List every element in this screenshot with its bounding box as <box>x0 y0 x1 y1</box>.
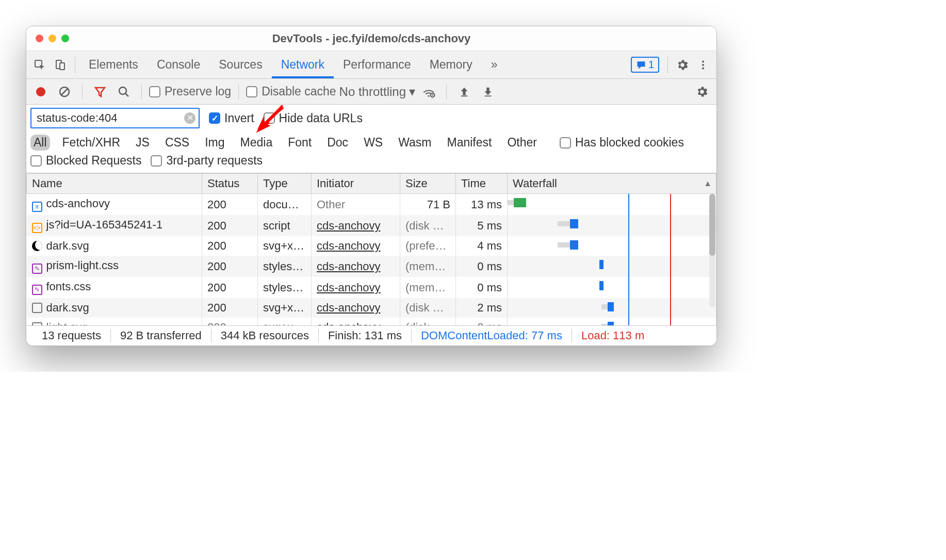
scrollbar-thumb[interactable] <box>709 194 715 256</box>
tab-performance[interactable]: Performance <box>334 51 420 78</box>
sort-caret-icon: ▲ <box>704 179 712 188</box>
clear-button[interactable] <box>54 81 75 102</box>
filter-input[interactable] <box>36 111 184 125</box>
invert-label: Invert <box>224 111 254 125</box>
cell-waterfall <box>508 236 716 256</box>
table-row[interactable]: ≡cds-anchovy 200 docu… Other 71 B 13 ms <box>27 194 716 216</box>
invert-checkbox[interactable]: Invert <box>209 111 254 125</box>
table-row[interactable]: dark.svg 200 svg+x… cds-anchovy (disk … … <box>27 298 716 318</box>
type-filter-js[interactable]: JS <box>133 135 153 151</box>
initiator-link[interactable]: cds-anchovy <box>317 219 381 232</box>
col-header-type[interactable]: Type <box>258 174 312 194</box>
upload-har-icon[interactable] <box>454 81 475 102</box>
table-row[interactable]: ✎prism-light.css 200 styles… cds-anchovy… <box>27 256 716 277</box>
preserve-log-checkbox[interactable]: Preserve log <box>149 85 231 98</box>
clear-filter-icon[interactable]: ✕ <box>184 112 195 124</box>
minimize-window-button[interactable] <box>48 35 56 42</box>
cell-time: 0 ms <box>456 277 508 298</box>
type-filter-manifest[interactable]: Manifest <box>444 135 495 151</box>
svg-point-3 <box>702 60 704 62</box>
cell-status: 200 <box>202 298 258 318</box>
cell-status: 200 <box>202 318 258 326</box>
cell-time: 13 ms <box>456 194 508 216</box>
col-header-waterfall[interactable]: Waterfall▲ <box>508 174 716 194</box>
cell-type: svg+x… <box>258 298 312 318</box>
col-header-status[interactable]: Status <box>202 174 258 194</box>
type-filter-fetchxhr[interactable]: Fetch/XHR <box>59 135 123 151</box>
download-har-icon[interactable] <box>478 81 498 102</box>
search-icon[interactable] <box>113 81 134 102</box>
cell-size: (disk … <box>400 215 456 236</box>
cell-waterfall <box>508 318 716 326</box>
cell-size: (disk … <box>400 318 456 326</box>
panel-settings-icon[interactable] <box>692 81 712 102</box>
table-row[interactable]: light.svg 200 svg+x… cds-anchovy (disk …… <box>27 318 716 326</box>
filter-bar: ✕ Invert Hide data URLs <box>26 105 716 131</box>
type-filter-font[interactable]: Font <box>285 135 315 151</box>
kebab-menu-icon[interactable] <box>693 55 713 75</box>
vertical-scrollbar[interactable] <box>709 194 715 307</box>
cell-initiator: Other <box>312 194 400 216</box>
has-blocked-cookies-checkbox[interactable]: Has blocked cookies <box>560 136 684 150</box>
waterfall-bar <box>508 215 716 236</box>
separator <box>82 84 83 100</box>
filter-toggle-icon[interactable] <box>90 81 110 102</box>
type-filter-css[interactable]: CSS <box>162 135 192 151</box>
hide-data-urls-checkbox[interactable]: Hide data URLs <box>264 111 363 125</box>
tab-elements[interactable]: Elements <box>79 51 148 78</box>
type-filter-ws[interactable]: WS <box>361 135 386 151</box>
record-button[interactable] <box>30 81 51 102</box>
table-row[interactable]: dark.svg 200 svg+x… cds-anchovy (prefe… … <box>27 236 716 256</box>
tab-sources[interactable]: Sources <box>209 51 271 78</box>
col-header-name[interactable]: Name <box>27 174 202 194</box>
waterfall-bar <box>508 318 716 326</box>
cell-type: docu… <box>258 194 312 216</box>
initiator-link[interactable]: cds-anchovy <box>317 281 381 294</box>
zoom-window-button[interactable] <box>61 35 69 42</box>
script-icon: <> <box>32 223 42 233</box>
tab-console[interactable]: Console <box>148 51 209 78</box>
col-header-size[interactable]: Size <box>400 174 456 194</box>
cell-name: dark.svg <box>27 236 202 256</box>
tab-memory[interactable]: Memory <box>420 51 482 78</box>
table-row[interactable]: ✎fonts.css 200 styles… cds-anchovy (mem…… <box>27 277 716 298</box>
settings-icon[interactable] <box>672 55 693 75</box>
third-party-checkbox[interactable]: 3rd-party requests <box>151 154 263 168</box>
type-filter-doc[interactable]: Doc <box>324 135 351 151</box>
cell-status: 200 <box>202 277 258 298</box>
tabs-overflow[interactable]: » <box>482 51 507 78</box>
inspect-element-icon[interactable] <box>29 55 50 75</box>
svg-point-9 <box>119 87 126 94</box>
table-row[interactable]: <>js?id=UA-165345241-1 200 script cds-an… <box>27 215 716 236</box>
blocked-requests-checkbox[interactable]: Blocked Requests <box>30 154 141 168</box>
type-filter-all[interactable]: All <box>30 135 50 151</box>
type-filter-media[interactable]: Media <box>237 135 276 151</box>
network-conditions-icon[interactable] <box>418 81 439 102</box>
cell-size: (mem… <box>400 256 456 277</box>
main-tabstrip: Elements Console Sources Network Perform… <box>26 51 716 79</box>
initiator-link[interactable]: cds-anchovy <box>317 301 381 314</box>
status-transferred: 92 B transferred <box>111 329 211 342</box>
dark-mode-icon <box>32 241 42 251</box>
type-filter-other[interactable]: Other <box>504 135 540 151</box>
type-filter-img[interactable]: Img <box>202 135 227 151</box>
svg-line-10 <box>125 93 128 96</box>
svg-point-5 <box>702 67 704 69</box>
close-window-button[interactable] <box>36 35 43 42</box>
type-filter-wasm[interactable]: Wasm <box>395 135 434 151</box>
initiator-link[interactable]: cds-anchovy <box>317 239 381 252</box>
col-header-initiator[interactable]: Initiator <box>312 174 400 194</box>
waterfall-bar <box>508 298 716 318</box>
svg-line-8 <box>61 88 68 95</box>
initiator-link[interactable]: cds-anchovy <box>317 321 381 326</box>
device-toolbar-icon[interactable] <box>50 55 71 75</box>
disable-cache-checkbox[interactable]: Disable cache <box>246 85 336 98</box>
initiator-link[interactable]: cds-anchovy <box>317 260 381 273</box>
third-party-label: 3rd-party requests <box>166 154 263 168</box>
throttling-select[interactable]: No throttling ▾ <box>339 85 415 99</box>
col-header-time[interactable]: Time <box>456 174 508 194</box>
tab-network[interactable]: Network <box>272 51 334 78</box>
issues-badge[interactable]: 1 <box>631 57 659 73</box>
waterfall-bar <box>508 236 716 256</box>
separator <box>141 84 142 100</box>
